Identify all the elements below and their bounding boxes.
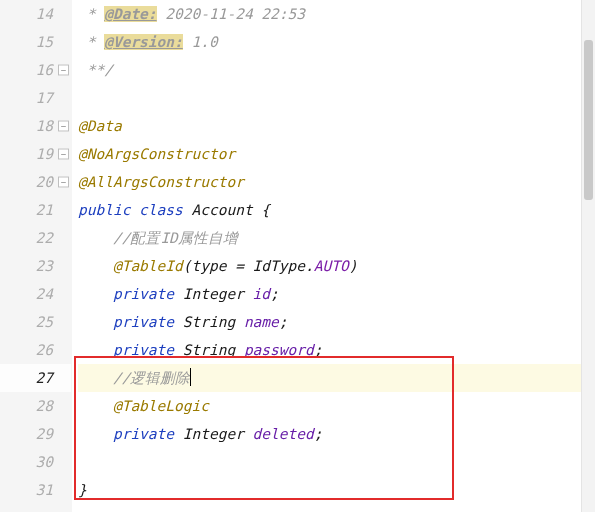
gutter-line-number: 29: [0, 420, 71, 448]
code-line[interactable]: private Integer deleted;: [78, 420, 581, 448]
gutter: 141516−1718−19−20−2122232425262728293031: [0, 0, 72, 512]
token-comment: //配置ID属性自增: [113, 230, 238, 246]
token-plain: ;: [270, 286, 279, 302]
gutter-line-number: 22: [0, 224, 71, 252]
text-caret: [190, 368, 191, 386]
code-line[interactable]: @AllArgsConstructor: [78, 168, 581, 196]
token-type: Account: [192, 202, 262, 218]
code-line[interactable]: //逻辑删除: [78, 364, 581, 392]
gutter-line-number: 19−: [0, 140, 71, 168]
token-anno: @Data: [78, 118, 122, 134]
gutter-line-number: 24: [0, 280, 71, 308]
code-line[interactable]: private String password;: [78, 336, 581, 364]
code-line[interactable]: private String name;: [78, 308, 581, 336]
gutter-line-number: 28: [0, 392, 71, 420]
code-line[interactable]: public class Account {: [78, 196, 581, 224]
gutter-line-number: 15: [0, 28, 71, 56]
token-type: String: [183, 342, 244, 358]
code-line[interactable]: private Integer id;: [78, 280, 581, 308]
token-anno: @TableLogic: [113, 398, 209, 414]
fold-marker-icon[interactable]: −: [58, 177, 69, 188]
token-plain: ;: [314, 426, 323, 442]
gutter-line-number: 27: [0, 364, 71, 392]
token-plain: {: [261, 202, 270, 218]
gutter-line-number: 16−: [0, 56, 71, 84]
code-line[interactable]: [78, 448, 581, 476]
gutter-line-number: 26: [0, 336, 71, 364]
token-ident: deleted: [253, 426, 314, 442]
token-kw: private: [113, 286, 183, 302]
code-line[interactable]: }: [78, 476, 581, 504]
token-doctag: @Date:: [104, 6, 156, 22]
token-comment: *: [87, 6, 104, 22]
token-doctag: @Version:: [104, 34, 183, 50]
token-ident: password: [244, 342, 314, 358]
gutter-line-number: 23: [0, 252, 71, 280]
gutter-line-number: 30: [0, 448, 71, 476]
token-kw: private: [113, 314, 183, 330]
token-anno: @TableId: [113, 258, 183, 274]
token-plain: }: [78, 482, 87, 498]
gutter-line-number: 14: [0, 0, 71, 28]
token-kw: private: [113, 426, 183, 442]
gutter-line-number: 18−: [0, 112, 71, 140]
gutter-line-number: 21: [0, 196, 71, 224]
fold-marker-icon[interactable]: −: [58, 65, 69, 76]
token-plain: ;: [279, 314, 288, 330]
token-type: Integer: [183, 286, 253, 302]
token-plain: ;: [314, 342, 323, 358]
token-kw: public: [78, 202, 139, 218]
token-type: String: [183, 314, 244, 330]
token-comment: *: [87, 34, 104, 50]
code-line[interactable]: **/: [78, 56, 581, 84]
gutter-line-number: 25: [0, 308, 71, 336]
token-ident: name: [244, 314, 279, 330]
code-line[interactable]: [78, 84, 581, 112]
token-comment: **/: [87, 62, 113, 78]
code-line[interactable]: * @Date: 2020-11-24 22:53: [78, 0, 581, 28]
code-line[interactable]: @NoArgsConstructor: [78, 140, 581, 168]
token-comment: 2020-11-24 22:53: [157, 6, 305, 22]
token-kw: class: [139, 202, 191, 218]
code-line[interactable]: * @Version: 1.0: [78, 28, 581, 56]
token-plain: ): [349, 258, 358, 274]
code-line[interactable]: @Data: [78, 112, 581, 140]
token-plain: (type = IdType.: [183, 258, 314, 274]
token-comment: 1.0: [183, 34, 218, 50]
gutter-line-number: 31: [0, 476, 71, 504]
token-type: Integer: [183, 426, 253, 442]
token-const: AUTO: [314, 258, 349, 274]
fold-marker-icon[interactable]: −: [58, 121, 69, 132]
code-area[interactable]: * @Date: 2020-11-24 22:53 * @Version: 1.…: [72, 0, 581, 512]
code-line[interactable]: @TableId(type = IdType.AUTO): [78, 252, 581, 280]
code-line[interactable]: //配置ID属性自增: [78, 224, 581, 252]
token-comment: //逻辑删除: [113, 370, 190, 386]
token-anno: @AllArgsConstructor: [78, 174, 244, 190]
token-anno: @NoArgsConstructor: [78, 146, 235, 162]
fold-marker-icon[interactable]: −: [58, 149, 69, 160]
token-kw: private: [113, 342, 183, 358]
code-line[interactable]: @TableLogic: [78, 392, 581, 420]
code-editor: 141516−1718−19−20−2122232425262728293031…: [0, 0, 595, 512]
gutter-line-number: 20−: [0, 168, 71, 196]
vertical-scrollbar[interactable]: [581, 0, 595, 512]
gutter-line-number: 17: [0, 84, 71, 112]
scroll-thumb[interactable]: [584, 40, 593, 200]
token-ident: id: [253, 286, 270, 302]
